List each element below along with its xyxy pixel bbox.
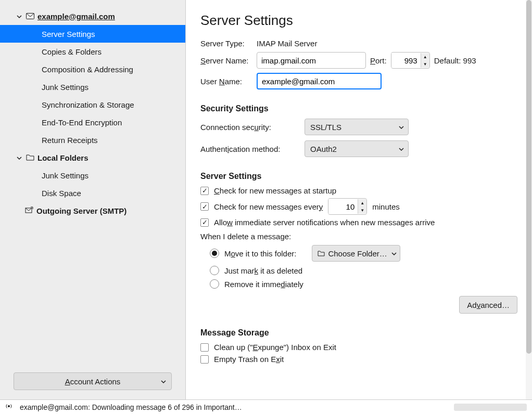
chevron-down-icon bbox=[399, 145, 404, 153]
port-spinner[interactable]: ▲▼ bbox=[391, 52, 430, 69]
sidebar-item-local-junk[interactable]: Junk Settings bbox=[0, 166, 185, 184]
server-type-label: Server Type: bbox=[200, 39, 252, 48]
user-name-input[interactable] bbox=[257, 73, 382, 89]
server-type-value: IMAP Mail Server bbox=[257, 39, 317, 48]
radio-mark-label: Just mark it as deleted bbox=[224, 266, 302, 275]
empty-trash-label: Empty Trash on Exit bbox=[214, 355, 284, 364]
empty-trash-checkbox[interactable] bbox=[200, 355, 209, 364]
server-name-label: Server Name: bbox=[200, 56, 252, 65]
spin-down-icon[interactable]: ▼ bbox=[421, 60, 429, 68]
radio-move-label: Move it to this folder: bbox=[224, 249, 296, 258]
radio-remove-label: Remove it immediately bbox=[224, 280, 303, 289]
chevron-down-icon bbox=[17, 12, 23, 21]
sidebar-item-server-settings[interactable]: Server Settings bbox=[0, 25, 185, 43]
minutes-label: minutes bbox=[372, 202, 400, 211]
account-email: example@gmail.com bbox=[37, 12, 115, 21]
chevron-down-icon bbox=[399, 123, 404, 132]
status-bar: example@gmail.com: Downloading message 6… bbox=[0, 399, 532, 414]
chevron-down-icon bbox=[391, 249, 397, 258]
sidebar-item-sync-storage[interactable]: Synchronization & Storage bbox=[0, 96, 185, 113]
server-settings-heading: Server Settings bbox=[200, 172, 517, 181]
advanced-button[interactable]: Advanced… bbox=[459, 296, 517, 314]
port-label: Port: bbox=[370, 56, 387, 65]
activity-icon bbox=[5, 403, 12, 411]
sidebar: example@gmail.com Server Settings Copies… bbox=[0, 0, 186, 399]
port-input[interactable] bbox=[391, 53, 421, 68]
chevron-down-icon bbox=[17, 153, 23, 162]
mail-icon bbox=[26, 12, 34, 21]
sidebar-item-junk[interactable]: Junk Settings bbox=[0, 78, 185, 96]
sidebar-item-disk-space[interactable]: Disk Space bbox=[0, 184, 185, 202]
folder-icon bbox=[318, 249, 325, 258]
account-actions-button[interactable]: AAccount Actionsccount Actions bbox=[14, 372, 172, 390]
content-pane: Server Settings Server Type: IMAP Mail S… bbox=[186, 0, 532, 399]
check-every-checkbox[interactable] bbox=[200, 202, 209, 211]
check-startup-checkbox[interactable] bbox=[200, 187, 209, 195]
connection-security-select[interactable]: SSL/TLS bbox=[305, 119, 409, 135]
chevron-down-icon bbox=[161, 377, 166, 386]
check-every-input[interactable] bbox=[328, 199, 358, 214]
sidebar-item-e2e[interactable]: End-To-End Encryption bbox=[0, 113, 185, 131]
check-every-label: Check for new messages every bbox=[214, 202, 323, 211]
progress-bar bbox=[454, 404, 527, 411]
sidebar-item-composition[interactable]: Composition & Addressing bbox=[0, 60, 185, 78]
server-name-input[interactable] bbox=[257, 52, 366, 69]
check-every-spinner[interactable]: ▲▼ bbox=[328, 198, 367, 215]
outgoing-icon bbox=[25, 206, 33, 215]
spin-up-icon[interactable]: ▲ bbox=[358, 199, 366, 206]
auth-method-select[interactable]: OAuth2 bbox=[305, 140, 409, 157]
security-heading: Security Settings bbox=[200, 104, 517, 113]
allow-notifications-label: Allow immediate server notifications whe… bbox=[214, 218, 435, 227]
radio-mark-deleted[interactable] bbox=[210, 266, 219, 275]
delete-message-label: When I delete a message: bbox=[200, 232, 517, 241]
account-tree: example@gmail.com Server Settings Copies… bbox=[0, 0, 185, 368]
cleanup-label: Clean up ("Expunge") Inbox on Exit bbox=[214, 343, 336, 352]
scrollbar-thumb[interactable] bbox=[526, 0, 531, 354]
allow-notifications-checkbox[interactable] bbox=[200, 218, 209, 227]
default-port-label: Default: 993 bbox=[434, 56, 476, 65]
spin-up-icon[interactable]: ▲ bbox=[421, 53, 429, 60]
check-startup-label: Check for new messages at startup bbox=[214, 186, 336, 195]
folder-icon bbox=[26, 153, 34, 162]
user-name-label: User Name: bbox=[200, 77, 252, 86]
sidebar-item-return-receipts[interactable]: Return Receipts bbox=[0, 131, 185, 149]
auth-method-label: Authentication method: bbox=[200, 145, 292, 153]
message-storage-heading: Message Storage bbox=[200, 328, 517, 338]
radio-move-folder[interactable] bbox=[210, 249, 219, 258]
sidebar-item-copies-folders[interactable]: Copies & Folders bbox=[0, 43, 185, 60]
outgoing-server-node[interactable]: Outgoing Server (SMTP) bbox=[0, 202, 185, 219]
connection-security-label: Connection security: bbox=[200, 123, 292, 132]
svg-point-2 bbox=[8, 405, 10, 407]
radio-remove-immediately[interactable] bbox=[210, 279, 219, 289]
local-folders-node[interactable]: Local Folders bbox=[0, 149, 185, 166]
account-node[interactable]: example@gmail.com bbox=[0, 7, 185, 25]
cleanup-checkbox[interactable] bbox=[200, 343, 209, 352]
page-title: Server Settings bbox=[200, 12, 517, 29]
scrollbar[interactable] bbox=[526, 0, 532, 399]
choose-folder-button[interactable]: Choose Folder… bbox=[312, 245, 400, 262]
spin-down-icon[interactable]: ▼ bbox=[358, 206, 366, 214]
status-text: example@gmail.com: Downloading message 6… bbox=[20, 403, 242, 411]
